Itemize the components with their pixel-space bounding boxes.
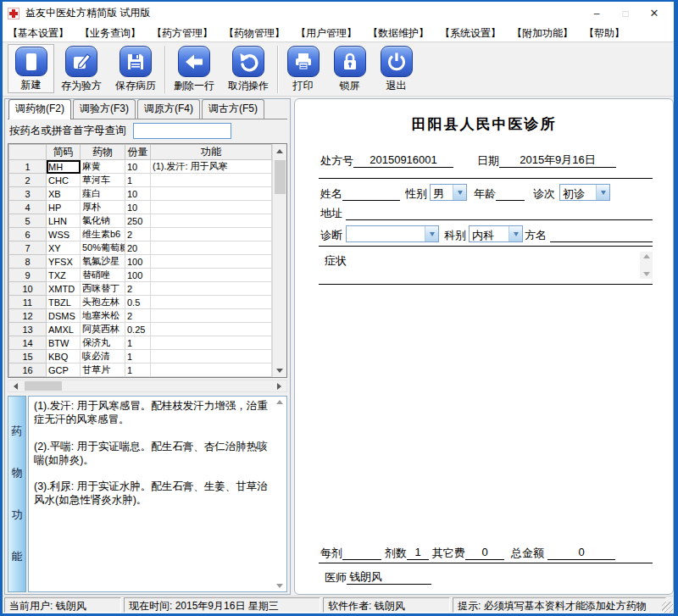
date-field[interactable]: 2015年9月16日 xyxy=(499,153,616,168)
cell-func[interactable] xyxy=(151,214,272,228)
menu-business-query[interactable]: 【业务查询】 xyxy=(80,26,141,41)
cell-code[interactable]: AMXL xyxy=(47,323,81,336)
cell-code[interactable]: KBQ xyxy=(47,350,81,363)
cell-qty[interactable]: 10 xyxy=(125,187,151,201)
chevron-down-icon[interactable] xyxy=(508,226,522,241)
resize-grip-icon[interactable] xyxy=(662,602,673,613)
cell-name[interactable]: 维生素b6 xyxy=(81,228,125,241)
print-button[interactable]: 打印 xyxy=(280,44,326,93)
cell-func[interactable] xyxy=(151,363,272,377)
scrollbar-thumb[interactable] xyxy=(275,160,286,194)
table-vertical-scrollbar[interactable] xyxy=(272,144,286,377)
cell-qty[interactable]: 1 xyxy=(125,336,151,350)
cell-qty[interactable]: 100 xyxy=(125,255,151,269)
cell-code[interactable]: LHN xyxy=(47,214,81,228)
cell-qty[interactable]: 1 xyxy=(125,350,151,363)
maximize-button[interactable]: □ xyxy=(611,4,640,23)
cell-code[interactable]: TBZL xyxy=(47,296,81,309)
save-as-formula-button[interactable]: 存为验方 xyxy=(54,44,108,93)
cell-code[interactable]: YFSX xyxy=(47,255,81,269)
cell-qty[interactable]: 2 xyxy=(125,228,151,241)
save-record-button[interactable]: 保存病历 xyxy=(108,44,163,93)
scroll-left-icon[interactable] xyxy=(8,380,23,391)
visit-select[interactable]: 初诊 xyxy=(559,184,610,201)
new-button[interactable]: 新建 xyxy=(8,44,54,93)
chevron-down-icon[interactable] xyxy=(453,185,466,200)
cell-func[interactable] xyxy=(151,241,272,255)
tab-drugs-f2[interactable]: 调药物(F2) xyxy=(8,99,71,119)
menu-system-settings[interactable]: 【系统设置】 xyxy=(440,26,501,41)
doctor-field[interactable]: 钱朗风 xyxy=(347,570,431,585)
cell-qty[interactable]: 20 xyxy=(125,241,151,255)
cell-name[interactable]: 厚朴 xyxy=(81,201,125,214)
cell-code[interactable]: CHC xyxy=(47,174,81,187)
lock-screen-button[interactable]: 锁屏 xyxy=(326,44,373,93)
cell-func[interactable] xyxy=(151,187,272,201)
scrollbar-thumb[interactable] xyxy=(25,381,62,391)
cell-qty[interactable]: 0.25 xyxy=(125,323,151,336)
cell-func[interactable] xyxy=(151,201,272,214)
menu-extra-functions[interactable]: 【附加功能】 xyxy=(512,26,573,41)
cell-qty[interactable]: 2 xyxy=(125,282,151,296)
cell-func[interactable] xyxy=(151,282,272,296)
cell-func[interactable] xyxy=(151,296,272,309)
scroll-down-icon[interactable] xyxy=(643,272,650,276)
cell-func[interactable] xyxy=(151,174,272,187)
cell-name[interactable]: 头孢左林 xyxy=(81,296,125,309)
drug-search-input[interactable] xyxy=(133,123,231,139)
cell-code[interactable]: GCP xyxy=(47,363,81,377)
rx-number-field[interactable]: 20150916001 xyxy=(353,153,453,168)
function-text-scrollbar[interactable] xyxy=(274,397,286,591)
cell-code[interactable]: BTW xyxy=(47,336,81,350)
menu-formula-mgmt[interactable]: 【药方管理】 xyxy=(152,26,213,41)
scroll-down-icon[interactable] xyxy=(276,584,283,588)
cancel-operation-button[interactable]: 取消操作 xyxy=(221,44,275,93)
cell-name[interactable]: 地塞米松 xyxy=(81,309,125,323)
patient-name-field[interactable] xyxy=(342,186,400,201)
cell-name[interactable]: 替硝唑 xyxy=(81,269,125,282)
total-amount-field[interactable]: 0 xyxy=(547,546,615,560)
formula-name-field[interactable] xyxy=(550,228,653,242)
scroll-up-icon[interactable] xyxy=(273,144,287,158)
cell-name[interactable]: 草河车 xyxy=(81,174,125,187)
cell-code[interactable]: TXZ xyxy=(47,269,81,282)
cell-name[interactable]: 氯化钠 xyxy=(81,214,125,228)
cell-qty[interactable]: 100 xyxy=(125,269,151,282)
cell-func[interactable] xyxy=(151,323,272,336)
menu-basic-settings[interactable]: 【基本设置】 xyxy=(8,26,69,41)
cell-qty[interactable]: 2 xyxy=(125,309,151,323)
cell-qty[interactable]: 10 xyxy=(125,160,151,174)
close-button[interactable]: ✕ xyxy=(640,4,669,23)
cell-name[interactable]: 氧氟沙星 xyxy=(81,255,125,269)
scroll-up-icon[interactable] xyxy=(276,400,283,404)
cell-code[interactable]: MH xyxy=(47,160,81,174)
cell-qty[interactable]: 1 xyxy=(125,363,151,377)
cell-name[interactable]: 甘草片 xyxy=(81,363,125,377)
tab-original-formulas-f4[interactable]: 调原方(F4) xyxy=(137,99,200,119)
menu-user-mgmt[interactable]: 【用户管理】 xyxy=(296,26,357,41)
cell-qty[interactable]: 0.5 xyxy=(125,296,151,309)
cell-code[interactable]: WSS xyxy=(47,228,81,241)
chevron-down-icon[interactable] xyxy=(596,185,609,200)
minimize-button[interactable]: – xyxy=(582,4,611,23)
per-dose-field[interactable] xyxy=(342,546,381,560)
cell-code[interactable]: HP xyxy=(47,201,81,214)
cell-name[interactable]: 阿莫西林 xyxy=(81,323,125,336)
cell-code[interactable]: XY xyxy=(47,241,81,255)
cell-qty[interactable]: 10 xyxy=(125,201,151,214)
menu-help[interactable]: 【帮助】 xyxy=(584,26,625,41)
cell-func[interactable] xyxy=(151,269,272,282)
other-fee-field[interactable]: 0 xyxy=(465,546,504,560)
tab-ancient-formulas-f5[interactable]: 调古方(F5) xyxy=(202,99,264,119)
exit-button[interactable]: 退出 xyxy=(373,44,420,93)
cell-func[interactable]: (1).发汗: 用于风寒 xyxy=(151,160,272,174)
menu-data-maintenance[interactable]: 【数据维护】 xyxy=(368,26,429,41)
cell-func[interactable] xyxy=(151,336,272,350)
dose-count-field[interactable]: 1 xyxy=(407,546,429,560)
symptom-scrollbar[interactable] xyxy=(640,252,653,279)
department-select[interactable]: 内科 xyxy=(469,225,523,242)
cell-code[interactable]: XB xyxy=(47,187,81,201)
address-field[interactable] xyxy=(346,206,653,220)
scroll-right-icon[interactable] xyxy=(272,380,286,391)
cell-func[interactable] xyxy=(151,350,272,363)
